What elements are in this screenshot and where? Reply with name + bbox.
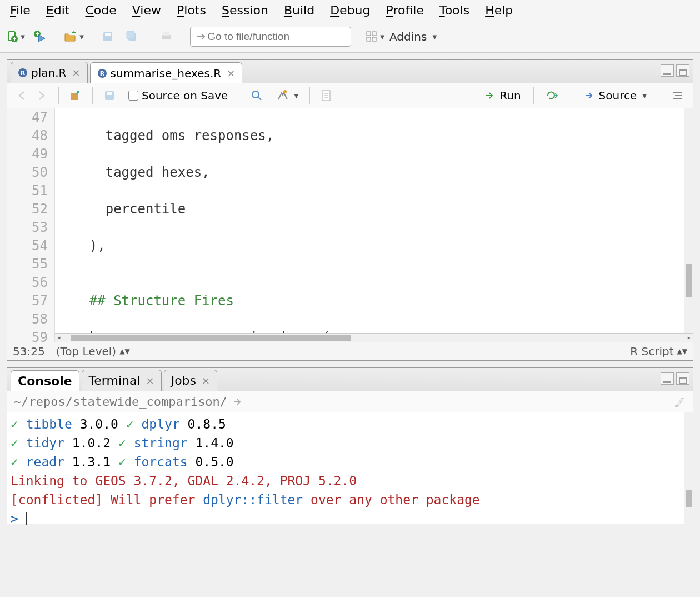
svg-rect-6: [127, 31, 134, 39]
tab-jobs[interactable]: Jobs ×: [164, 370, 217, 391]
goto-file-input[interactable]: [207, 31, 345, 43]
menu-bar: File Edit Code View Plots Session Build …: [0, 0, 700, 21]
menu-debug[interactable]: Debug: [330, 3, 370, 17]
save-button[interactable]: [98, 27, 118, 47]
svg-point-22: [252, 91, 259, 98]
clear-console-icon[interactable]: [674, 396, 686, 408]
open-file-button[interactable]: ▼: [64, 27, 84, 47]
source-on-save-checkbox[interactable]: Source on Save: [124, 87, 232, 105]
new-file-button[interactable]: ▼: [6, 27, 26, 47]
source-tabs: R plan.R × R summarise_hexes.R ×: [7, 60, 693, 83]
svg-point-23: [283, 90, 287, 93]
wd-arrow-icon[interactable]: [233, 397, 244, 406]
close-tab-icon[interactable]: ×: [146, 375, 154, 386]
svg-rect-18: [679, 70, 686, 76]
working-directory: ~/repos/statewide_comparison/: [7, 391, 693, 412]
save-all-button[interactable]: [122, 27, 142, 47]
svg-rect-8: [163, 32, 169, 36]
console-tabs: Console Terminal × Jobs ×: [7, 368, 693, 391]
rerun-button[interactable]: [542, 88, 564, 103]
svg-rect-4: [105, 33, 111, 36]
code-editor[interactable]: 47 48 49 50 51 52 53 54 55 56 57 58 59 6…: [7, 108, 693, 342]
print-button[interactable]: [156, 27, 176, 47]
svg-rect-12: [372, 37, 376, 41]
maximize-pane-button[interactable]: [676, 64, 689, 77]
tab-console[interactable]: Console: [11, 370, 79, 391]
wd-path: ~/repos/statewide_comparison/: [14, 395, 227, 409]
menu-view[interactable]: View: [132, 3, 161, 17]
svg-rect-7: [162, 35, 171, 39]
show-in-new-window-button[interactable]: [66, 88, 86, 103]
run-label: Run: [499, 89, 521, 102]
minimize-pane-button[interactable]: [661, 64, 674, 77]
source-pane: R plan.R × R summarise_hexes.R ×: [7, 59, 693, 361]
tab-summarise-hexes-r[interactable]: R summarise_hexes.R ×: [90, 62, 243, 83]
main-toolbar: ▼ ▼ ▼ Addins ▼: [0, 21, 700, 53]
addins-menu[interactable]: Addins ▼: [389, 30, 437, 43]
svg-rect-11: [367, 37, 371, 41]
tab-label: Jobs: [171, 374, 196, 387]
new-project-button[interactable]: [30, 27, 50, 47]
close-tab-icon[interactable]: ×: [202, 375, 210, 386]
svg-rect-26: [679, 378, 686, 384]
console-pane: Console Terminal × Jobs × ~/repos/statew…: [7, 367, 693, 524]
goto-file-function[interactable]: [190, 27, 351, 47]
menu-plots[interactable]: Plots: [177, 3, 206, 17]
menu-tools[interactable]: Tools: [439, 3, 469, 17]
editor-horizontal-scrollbar[interactable]: ◂▸: [55, 333, 693, 342]
svg-rect-10: [372, 32, 376, 36]
svg-rect-21: [107, 92, 112, 95]
tab-terminal[interactable]: Terminal ×: [82, 370, 162, 391]
menu-session[interactable]: Session: [222, 3, 268, 17]
menu-file[interactable]: File: [10, 3, 31, 17]
filetype-selector[interactable]: R Script ▲▼: [630, 345, 687, 358]
menu-edit[interactable]: Edit: [46, 3, 70, 17]
svg-rect-27: [675, 405, 678, 407]
console-prompt: >: [11, 511, 18, 526]
nav-back-button[interactable]: [13, 88, 33, 103]
source-on-save-label: Source on Save: [142, 89, 228, 102]
maximize-pane-button[interactable]: [676, 372, 689, 385]
grid-view-button[interactable]: ▼: [365, 27, 385, 47]
close-tab-icon[interactable]: ×: [227, 67, 235, 79]
svg-text:R: R: [21, 69, 26, 77]
compile-report-button[interactable]: [317, 87, 336, 104]
tab-label: Console: [18, 374, 72, 388]
menu-profile[interactable]: Profile: [386, 3, 424, 17]
r-file-icon: R: [18, 68, 28, 78]
find-replace-button[interactable]: [246, 87, 267, 104]
svg-rect-19: [71, 93, 78, 100]
scope-selector[interactable]: (Top Level) ▲▼: [56, 345, 130, 358]
source-icon: [584, 91, 596, 100]
r-file-icon: R: [97, 68, 107, 78]
editor-vertical-scrollbar[interactable]: [684, 108, 693, 333]
outline-button[interactable]: [667, 89, 687, 102]
tab-label: summarise_hexes.R: [111, 67, 222, 80]
minimize-pane-button[interactable]: [661, 372, 674, 385]
editor-statusbar: 53:25 (Top Level) ▲▼ R Script ▲▼: [7, 342, 693, 360]
console-output[interactable]: ✓ tibble 3.0.0 ✓ dplyr 0.8.5 ✓ tidyr 1.0…: [7, 412, 693, 524]
svg-text:R: R: [99, 70, 104, 77]
menu-help[interactable]: Help: [485, 3, 513, 17]
console-cursor: [26, 512, 27, 525]
nav-forward-button[interactable]: [32, 88, 52, 103]
cursor-position: 53:25: [13, 345, 45, 358]
tab-plan-r[interactable]: R plan.R ×: [11, 62, 88, 83]
line-gutter: 47 48 49 50 51 52 53 54 55 56 57 58 59 6…: [7, 108, 55, 342]
source-label: Source: [599, 89, 637, 102]
run-button[interactable]: Run: [481, 87, 525, 105]
menu-build[interactable]: Build: [284, 3, 314, 17]
svg-rect-17: [663, 73, 671, 75]
console-vertical-scrollbar[interactable]: [684, 412, 693, 524]
close-tab-icon[interactable]: ×: [72, 67, 80, 78]
source-button[interactable]: Source ▼: [580, 87, 651, 105]
code-content[interactable]: tagged_oms_responses, tagged_hexes, perc…: [55, 108, 693, 342]
code-tools-button[interactable]: ▼: [272, 87, 303, 104]
save-file-button[interactable]: [99, 88, 119, 103]
tab-label: Terminal: [89, 374, 141, 387]
menu-code[interactable]: Code: [85, 3, 116, 17]
tab-label: plan.R: [31, 66, 66, 79]
svg-rect-25: [663, 381, 671, 383]
editor-toolbar: Source on Save ▼ Run Source: [7, 83, 693, 108]
svg-rect-9: [367, 32, 371, 36]
